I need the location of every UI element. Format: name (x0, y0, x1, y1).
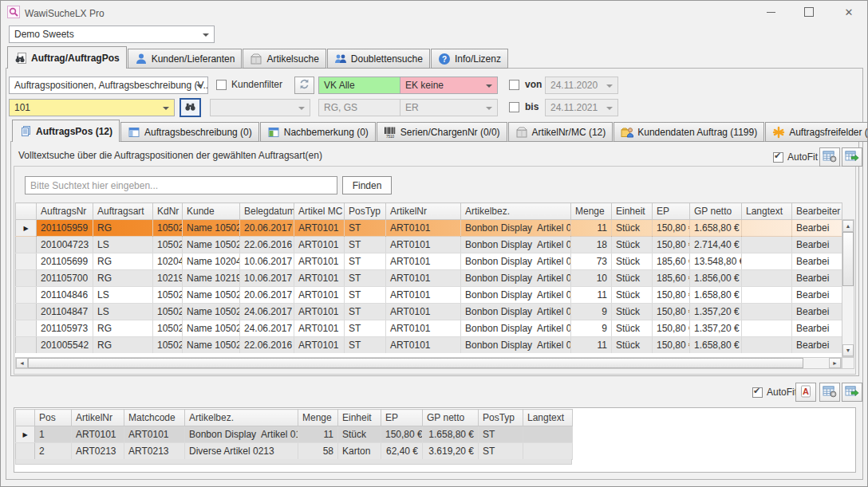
scroll-left-button[interactable]: ◄ (16, 358, 28, 368)
horizontal-scroll-thumb[interactable] (28, 358, 803, 368)
tab-kunden-lieferanten[interactable]: Kunden/Lieferanten (128, 49, 243, 69)
row-selector[interactable] (16, 337, 37, 354)
row-selector[interactable] (16, 304, 37, 320)
vertical-scrollbar[interactable]: ▲ ▼ (842, 219, 854, 357)
table-row[interactable]: ▶1ART0101ART0101Bonbon Display Artikel 0… (16, 426, 573, 443)
column-header[interactable]: Langtext (742, 203, 792, 220)
column-header[interactable]: Pos (35, 410, 72, 426)
column-header[interactable]: Bearbeiter (792, 203, 842, 220)
table-row[interactable]: ▶201105959RG10502Name 1050220.06.2017ART… (16, 220, 842, 237)
column-header[interactable]: Kunde (183, 203, 240, 220)
row-selector[interactable] (16, 443, 35, 460)
maximize-button[interactable] (797, 1, 821, 23)
vertical-scroll-thumb[interactable] (842, 232, 854, 286)
von-checkbox[interactable] (509, 80, 519, 90)
order-number-combo[interactable]: 101 (9, 99, 175, 116)
grid-export-button-bottom[interactable] (842, 383, 862, 402)
refresh-button[interactable] (294, 77, 314, 94)
close-button[interactable]: ✕ (835, 1, 862, 23)
column-header[interactable]: Menge (571, 203, 612, 220)
bis-checkbox[interactable] (509, 102, 519, 112)
minimize-button[interactable] (759, 1, 783, 23)
column-header[interactable]: PosTyp (345, 203, 386, 220)
ek-filter-select[interactable]: EK keine (400, 77, 498, 94)
subtab-nachbemerkung[interactable]: Nachbemerkung (0) (260, 122, 376, 142)
cell: Stück (612, 220, 653, 237)
column-header[interactable]: EP (653, 203, 690, 220)
von-date-picker[interactable]: 24.11.2020 (545, 77, 618, 94)
column-header[interactable]: GP netto (423, 410, 479, 426)
row-selector[interactable] (16, 270, 37, 287)
horizontal-scrollbar[interactable]: ◄ ► (15, 357, 842, 369)
subtab-kundendaten-auftrag[interactable]: Kundendaten Auftrag (1199) (614, 122, 764, 142)
column-header[interactable]: EP (381, 410, 423, 426)
column-header[interactable]: PosTyp (479, 410, 523, 426)
secondary-filter-select[interactable] (210, 99, 310, 116)
grid-settings-button-top[interactable] (819, 147, 840, 167)
column-header[interactable]: Artikelbez. (185, 410, 298, 426)
grid-export-button-top[interactable] (842, 147, 862, 167)
row-selector[interactable] (16, 320, 37, 337)
partial-row (15, 459, 572, 465)
row-selector-header (16, 203, 37, 220)
search-scope-select[interactable]: Auftragspositionen, Auftragsbeschreibung… (9, 77, 208, 94)
column-header[interactable]: Artikelbez. (461, 203, 571, 220)
cell: 1 (35, 426, 72, 443)
column-header[interactable]: Matchcode (124, 410, 185, 426)
table-row[interactable]: 201105700RG10219Name 1021910.06.2017ART0… (16, 270, 842, 287)
search-binoculars-button[interactable] (180, 98, 201, 117)
cell: 201004723 (37, 237, 93, 253)
column-header[interactable]: Artikel MC (294, 203, 345, 220)
cell: Bearbei (792, 253, 842, 270)
subtab-auftragspos[interactable]: AuftragsPos (12) (12, 120, 120, 142)
table-row[interactable]: 201004723LS10502Name 1050222.06.2016ART0… (16, 237, 842, 253)
scroll-right-button[interactable]: ► (829, 358, 841, 368)
column-header[interactable]: ArtikelNr (386, 203, 461, 220)
column-header[interactable]: KdNr (153, 203, 183, 220)
row-selector[interactable] (16, 237, 37, 253)
profile-select[interactable]: Demo Sweets (9, 26, 215, 43)
scroll-up-button[interactable]: ▲ (842, 220, 854, 232)
column-header[interactable]: AuftragsNr (37, 203, 93, 220)
subtab-serien-chargennr[interactable]: 7510 Serien/ChargenNr (0/0) (377, 122, 507, 142)
subtab-auftragsfreifelder[interactable]: Auftragsfreifelder (0) (765, 122, 868, 142)
column-header[interactable]: Langtext (523, 410, 573, 426)
grid-settings-button-bottom[interactable] (819, 383, 840, 402)
column-header[interactable]: Einheit (338, 410, 381, 426)
tab-info-lizenz[interactable]: ? Info/Lizenz (431, 49, 508, 69)
column-header[interactable]: Menge (298, 410, 338, 426)
autofit-checkbox-top[interactable] (773, 152, 783, 163)
table-row[interactable]: 201105973RG10502Name 1050224.06.2017ART0… (16, 320, 842, 337)
question-mark-icon: ? (438, 53, 451, 65)
subtab-artikelnr-mc[interactable]: ArtikelNr/MC (12) (508, 122, 614, 142)
column-header[interactable]: Auftragsart (93, 203, 153, 220)
table-row[interactable]: 201105699RG10204Name 1020410.06.2017ART0… (16, 253, 842, 270)
autofit-checkbox-bottom[interactable] (752, 387, 763, 398)
subtab-auftragsbeschreibung[interactable]: Auftragsbeschreibung (0) (120, 122, 259, 142)
row-selector[interactable]: ▶ (16, 426, 35, 443)
cell: 150,80 € (653, 237, 690, 253)
column-header[interactable]: Einheit (612, 203, 653, 220)
tab-doublettensuche[interactable]: Doublettensuche (327, 49, 430, 69)
table-row[interactable]: 201005542RG10502Name 1050222.06.2016ART0… (16, 337, 842, 354)
er-select[interactable]: ER (400, 99, 498, 116)
column-header[interactable]: Belegdatum (240, 203, 294, 220)
autofit-label-bottom: AutoFit (767, 387, 797, 398)
cell: Name 10502 (183, 304, 240, 320)
row-selector[interactable]: ▶ (16, 220, 37, 237)
table-row[interactable]: 2ART0213ART0213Diverse Artikel 021358Kar… (16, 443, 573, 460)
table-row[interactable]: 201104846LS10502Name 1050220.06.2017ART0… (16, 287, 842, 304)
kundenfilter-checkbox[interactable] (216, 80, 227, 90)
column-header[interactable]: ArtikelNr (72, 410, 124, 426)
row-selector[interactable] (16, 287, 37, 304)
pdf-export-button[interactable]: A (795, 383, 816, 402)
table-row[interactable]: 201104847LS10502Name 1050224.06.2017ART0… (16, 304, 842, 320)
scroll-down-button[interactable]: ▼ (842, 344, 854, 356)
column-header[interactable]: GP netto (690, 203, 742, 220)
row-selector[interactable] (16, 253, 37, 270)
fulltext-search-input[interactable] (25, 176, 337, 194)
tab-auftrag-auftragpos[interactable]: Auftrag/AuftragPos (7, 46, 127, 69)
bis-date-picker[interactable]: 24.11.2021 (545, 99, 618, 116)
find-button[interactable]: Finden (342, 176, 392, 194)
tab-artikelsuche[interactable]: Artikelsuche (243, 49, 326, 69)
